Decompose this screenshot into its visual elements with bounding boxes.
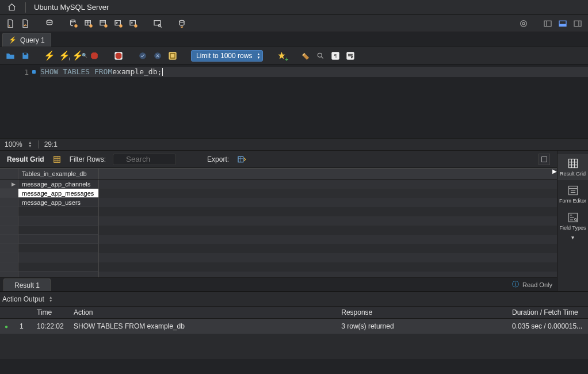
table-row-empty: [0, 235, 557, 244]
result-footer: Result 1 ⓘ Read Only: [0, 277, 557, 291]
table-cell[interactable]: message_app_messages: [18, 189, 99, 198]
table-row[interactable]: ▶message_app_channels: [0, 180, 557, 189]
stop-on-error-icon[interactable]: [113, 50, 124, 62]
expand-caret-icon[interactable]: ▶: [552, 168, 557, 174]
db-add-table-icon[interactable]: [83, 18, 94, 29]
form-icon: [567, 185, 579, 196]
connection-title: Ubuntu MySQL Server: [34, 3, 109, 12]
execute-icon[interactable]: ⚡: [44, 50, 55, 62]
zoom-stepper-icon[interactable]: ▲▼: [28, 141, 32, 148]
action-output-title[interactable]: Action Output: [2, 295, 44, 303]
wrap-cell-icon[interactable]: [539, 154, 550, 165]
side-form-editor[interactable]: Form Editor: [558, 181, 588, 207]
table-row-empty: [0, 226, 557, 235]
updown-icon: ▲▼: [257, 52, 260, 59]
new-sql-file-icon[interactable]: [5, 18, 16, 29]
result-area: Result Grid Filter Rows: 🔍 Export: Tab: [0, 151, 588, 291]
toggle-grid-icon[interactable]: [51, 154, 63, 165]
db-add-routine-icon[interactable]: [113, 18, 124, 29]
table-row-empty: [0, 262, 557, 272]
svg-text:¶: ¶: [334, 53, 337, 59]
table-cell[interactable]: message_app_channels: [18, 180, 99, 189]
svg-point-15: [521, 20, 527, 26]
open-sql-file-icon[interactable]: [20, 18, 31, 29]
zoom-level[interactable]: 100%: [5, 140, 22, 148]
bolt-icon: ⚡: [9, 36, 17, 44]
svg-rect-35: [568, 159, 577, 168]
panel-left-icon[interactable]: [542, 18, 553, 29]
row-limit-select[interactable]: Limit to 1000 rows ▲▼: [191, 50, 263, 62]
beautify-icon[interactable]: [300, 50, 311, 62]
action-output-columns: Time Action Response Duration / Fetch Ti…: [0, 306, 588, 319]
chevron-down-icon[interactable]: ▾: [571, 234, 574, 241]
sql-editor[interactable]: 1 SHOW TABLES FROM example_db;: [0, 64, 588, 138]
find-icon[interactable]: [315, 50, 326, 62]
ao-index: 1: [15, 322, 32, 330]
table-row-empty: [0, 244, 557, 253]
home-icon[interactable]: [6, 2, 17, 13]
side-field-types[interactable]: Field Types: [558, 208, 588, 234]
editor-status-bar: 100% ▲▼ 29:1: [0, 138, 588, 151]
action-output-row[interactable]: ● 1 10:22:02 SHOW TABLES FROM example_db…: [0, 319, 588, 334]
panel-right-icon[interactable]: [572, 18, 583, 29]
result-toolbar: Result Grid Filter Rows: 🔍 Export:: [0, 151, 557, 168]
db-add-schema-icon[interactable]: [68, 18, 79, 29]
success-icon: ●: [5, 323, 8, 330]
reconnect-icon[interactable]: [176, 18, 188, 29]
col-response[interactable]: Response: [337, 308, 507, 316]
col-duration[interactable]: Duration / Fetch Time: [507, 308, 588, 316]
table-row[interactable]: message_app_users: [0, 198, 557, 207]
col-action[interactable]: Action: [69, 308, 337, 316]
filter-rows-label: Filter Rows:: [70, 155, 106, 163]
table-cell[interactable]: message_app_users: [18, 198, 99, 207]
explain-icon[interactable]: ⚡🔍: [74, 50, 85, 62]
invisible-chars-icon[interactable]: ¶: [330, 50, 341, 62]
code-line[interactable]: SHOW TABLES FROM example_db;: [40, 67, 588, 77]
filter-input[interactable]: [113, 154, 176, 165]
rollback-icon[interactable]: [152, 50, 163, 62]
execute-current-icon[interactable]: ⚡I: [59, 50, 70, 62]
main-toolbar: [0, 15, 588, 32]
result-grid-label: Result Grid: [7, 155, 44, 163]
open-file-icon[interactable]: [5, 50, 16, 62]
stop-icon[interactable]: [89, 50, 100, 62]
export-icon[interactable]: [236, 154, 247, 165]
readonly-badge: ⓘ Read Only: [512, 280, 552, 289]
table-row[interactable]: message_app_messages: [0, 189, 557, 198]
svg-rect-16: [544, 21, 551, 26]
svg-marker-23: [116, 52, 122, 59]
db-add-view-icon[interactable]: [98, 18, 109, 29]
svg-marker-27: [278, 52, 285, 59]
commit-icon[interactable]: [137, 50, 148, 62]
save-file-icon[interactable]: [20, 50, 31, 62]
col-time[interactable]: Time: [32, 308, 69, 316]
svg-point-38: [574, 219, 576, 220]
favorite-icon[interactable]: +: [276, 50, 287, 62]
search-table-icon[interactable]: [152, 18, 163, 29]
side-result-grid[interactable]: Result Grid: [558, 154, 588, 180]
ao-action: SHOW TABLES FROM example_db: [69, 322, 337, 330]
result-tab[interactable]: Result 1: [3, 278, 51, 291]
svg-rect-34: [542, 157, 547, 162]
db-add-function-icon[interactable]: [128, 18, 139, 29]
ao-time: 10:22:02: [32, 322, 69, 330]
row-limit-label: Limit to 1000 rows: [196, 52, 252, 60]
output-select-icon[interactable]: ▲▼: [49, 296, 53, 303]
action-output-empty: [0, 334, 588, 359]
settings-gear-icon[interactable]: [518, 18, 529, 29]
query-tab[interactable]: ⚡ Query 1: [2, 33, 51, 47]
svg-point-28: [318, 53, 322, 57]
table-row-empty: [0, 216, 557, 226]
inspector-icon[interactable]: [44, 18, 55, 29]
svg-rect-32: [54, 156, 60, 162]
panel-bottom-icon[interactable]: [557, 18, 568, 29]
svg-rect-5: [100, 20, 105, 25]
wrap-icon[interactable]: [345, 50, 356, 62]
autocommit-icon[interactable]: [167, 50, 178, 62]
result-grid[interactable]: Tables_in_example_db ▶message_app_channe…: [0, 168, 557, 277]
table-row-empty: [0, 253, 557, 262]
query-tab-bar: ⚡ Query 1: [0, 32, 588, 47]
column-header[interactable]: Tables_in_example_db: [18, 169, 99, 179]
table-row-empty: [0, 207, 557, 216]
grid-icon: [567, 158, 579, 169]
